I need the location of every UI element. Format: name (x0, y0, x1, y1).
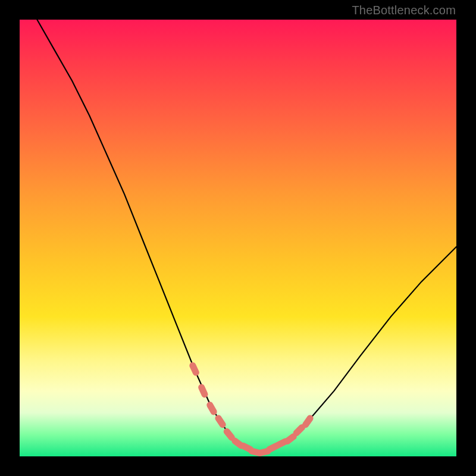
bottleneck-curve (37, 20, 456, 452)
attribution-text: TheBottleneck.com (352, 4, 456, 17)
marker-group (189, 361, 315, 457)
marker-point (205, 400, 218, 416)
plot-area (20, 20, 456, 456)
curve-svg (20, 20, 456, 456)
marker-point (197, 383, 209, 399)
marker-point (214, 414, 227, 429)
marker-point (189, 361, 201, 377)
chart-frame: TheBottleneck.com (0, 0, 476, 476)
